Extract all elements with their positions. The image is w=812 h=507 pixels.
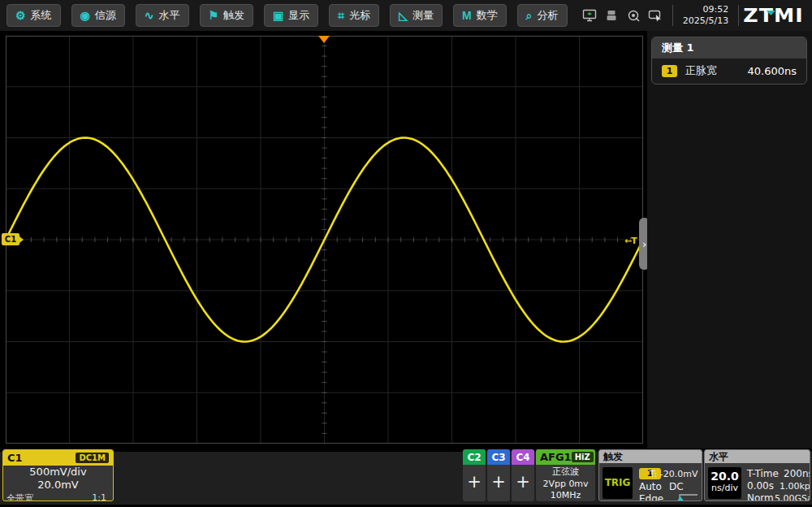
channel1-offset: 20.0mV (3, 479, 113, 492)
gear-icon: ⚙ (15, 10, 26, 21)
signal-source-icon: ◉ (80, 10, 90, 21)
menu-label: 数学 (477, 8, 498, 23)
horizontal-settings-box[interactable]: 水平 20.0 ns/div T-Time 200ns 0.00s 1.00kp… (704, 449, 810, 501)
divider (738, 5, 739, 26)
trigger-coupling: DC (669, 481, 684, 492)
record-length: 1.00kpts (780, 481, 810, 492)
afg-impedance-badge: HiZ (572, 452, 594, 462)
cursor-grid-icon: ⌗ (338, 10, 344, 21)
trigger-status-indicator: TRIG (603, 467, 633, 499)
top-menu-bar: ⚙ 系统 ◉ 信源 ∿ 水平 ⚑ 触发 ▣ 显示 ⌗ 光标 (0, 0, 812, 31)
waveform-display: C1 ←T › (0, 31, 647, 448)
menu-source-button[interactable]: ◉ 信源 (71, 4, 125, 27)
menu-label: 测量 (412, 8, 434, 23)
measurement-value: 40.600ns (748, 65, 797, 77)
main-menu: ⚙ 系统 ◉ 信源 ∿ 水平 ⚑ 触发 ▣ 显示 ⌗ 光标 (6, 4, 568, 27)
trigger-level-value: T: -20.0mV (650, 469, 698, 479)
touch-gesture-icon[interactable] (626, 9, 641, 22)
brand-triangle-icon (767, 11, 775, 15)
channel1-scale: 500mV/div (3, 466, 113, 479)
channel1-label: C1 (7, 452, 23, 464)
measurement-card-title: 测量 1 (652, 37, 806, 58)
menu-label: 水平 (159, 8, 180, 23)
channel1-coupling-badge: DC1M (76, 453, 109, 463)
channel1-header: C1 DC1M (3, 450, 113, 466)
trigger-mode: Auto (639, 481, 662, 492)
bottom-status-bar: C1 DC1M 500mV/div 20.0mV 全带宽 1:1 C2 + C3… (0, 448, 812, 507)
timebase-value: 20.0 (708, 470, 741, 483)
afg-label: AFG1 (540, 451, 572, 463)
usb-device-icon (604, 9, 619, 22)
channel1-level-marker[interactable]: C1 (2, 233, 19, 245)
afg-wave-type: 正弦波 (536, 466, 595, 479)
menu-label: 触发 (223, 8, 244, 23)
brand-text: ZTMI (743, 5, 804, 26)
monitor-icon: ▣ (273, 10, 283, 21)
trigger-type: Edge (639, 493, 663, 501)
menu-label: 分析 (538, 8, 559, 23)
menu-measure-button[interactable]: ◺ 测量 (390, 4, 443, 27)
measurement-card[interactable]: 测量 1 1 正脉宽 40.600ns (651, 37, 807, 84)
lan-network-icon (582, 9, 597, 22)
menu-label: 系统 (31, 8, 52, 23)
horizontal-box-title: 水平 (705, 450, 810, 463)
channel3-box[interactable]: C3 + (487, 449, 510, 501)
menu-system-button[interactable]: ⚙ 系统 (6, 4, 61, 27)
oscilloscope-app: ⚙ 系统 ◉ 信源 ∿ 水平 ⚑ 触发 ▣ 显示 ⌗ 光标 (0, 0, 812, 507)
menu-trigger-button[interactable]: ⚑ 触发 (200, 4, 254, 27)
menu-label: 信源 (95, 8, 116, 23)
afg-amplitude: 2Vpp 0mv (536, 479, 595, 491)
trigger-box-title: 触发 (599, 450, 702, 463)
touch-lock-icon[interactable] (648, 9, 663, 22)
clock-date: 2025/5/13 (683, 15, 728, 27)
menu-cursor-button[interactable]: ⌗ 光标 (329, 4, 379, 27)
channel1-marker-label: C1 (5, 235, 16, 244)
channel2-box[interactable]: C2 + (463, 449, 486, 501)
channel1-probe-ratio: 1:1 (92, 492, 106, 501)
channel1-bandwidth: 全带宽 (6, 492, 33, 501)
menu-label: 显示 (288, 8, 309, 23)
clock: 09:52 2025/5/13 (683, 4, 728, 27)
timebase-unit: ns/div (708, 483, 741, 493)
measurement-row[interactable]: 1 正脉宽 40.600ns (652, 58, 806, 84)
sine-wave-icon: ∿ (145, 10, 154, 21)
trigger-settings-box[interactable]: 触发 TRIG 1 Auto Edge T: -20.0mV DC (598, 449, 702, 501)
clock-time: 09:52 (683, 4, 728, 15)
timebase-scale-box: 20.0 ns/div (708, 467, 741, 499)
add-channel3-button[interactable]: + (487, 465, 510, 499)
menu-horizontal-button[interactable]: ∿ 水平 (136, 4, 189, 27)
afg-header: AFG1 HiZ (536, 449, 595, 465)
rising-edge-icon (667, 493, 698, 501)
menu-math-button[interactable]: M 数学 (453, 4, 507, 27)
math-icon: M (462, 10, 472, 21)
measurement-source-badge: 1 (662, 65, 677, 77)
chevron-right-icon: › (642, 238, 646, 250)
acquisition-mode: Norm (747, 492, 774, 501)
menu-label: 光标 (349, 8, 370, 23)
graticule-and-trace (6, 36, 643, 444)
afg-frequency: 10MHz (536, 490, 595, 501)
magnifier-icon: ⌕ (526, 10, 533, 21)
measure-triangle-icon: ◺ (399, 10, 408, 21)
measurement-name: 正脉宽 (685, 63, 717, 78)
sample-rate: 5.00GSa/s (775, 493, 810, 501)
channel4-box[interactable]: C4 + (512, 449, 534, 501)
add-channel2-button[interactable]: + (463, 465, 486, 499)
menu-display-button[interactable]: ▣ 显示 (264, 4, 318, 27)
brand-logo: ZTMI (743, 5, 804, 26)
trigger-position-marker[interactable] (318, 36, 330, 43)
channel3-label: C3 (487, 449, 510, 465)
channel4-label: C4 (512, 449, 534, 465)
measurement-panel: 测量 1 1 正脉宽 40.600ns (647, 31, 812, 448)
horizontal-position: 0.00s (747, 480, 774, 492)
add-channel4-button[interactable]: + (512, 465, 534, 499)
t-time-value: 200ns (784, 468, 810, 479)
channel2-label: C2 (463, 449, 486, 465)
status-tray: 09:52 2025/5/13 ZTMI (582, 4, 807, 27)
trigger-level-marker[interactable]: ←T (624, 236, 637, 246)
channel1-box[interactable]: C1 DC1M 500mV/div 20.0mV 全带宽 1:1 (2, 449, 114, 501)
divider (672, 5, 673, 26)
flag-icon: ⚑ (209, 10, 219, 21)
afg-box[interactable]: AFG1 HiZ 正弦波 2Vpp 0mv 10MHz (536, 449, 595, 501)
menu-analyze-button[interactable]: ⌕ 分析 (517, 4, 568, 27)
